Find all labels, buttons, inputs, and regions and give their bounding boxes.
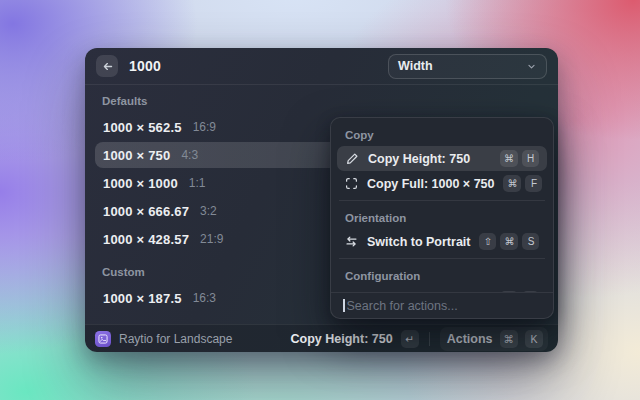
action-label: Copy Full: 1000 × 750 (367, 177, 494, 191)
popover-section-orientation: Orientation (337, 205, 547, 229)
search-placeholder: Search for actions... (347, 299, 458, 313)
back-button[interactable] (96, 55, 118, 77)
arrow-left-icon (101, 60, 114, 73)
window-footer: Raytio for Landscape Copy Height: 750 ↵ … (85, 324, 558, 352)
item-ratio: 3:2 (200, 204, 217, 218)
f-keycap: F (525, 175, 542, 192)
text-caret (343, 299, 345, 312)
item-size: 1000 × 562.5 (103, 120, 182, 135)
actions-button[interactable]: Actions ⌘ K (440, 327, 548, 351)
query-text: 1000 (129, 58, 161, 74)
actions-list: Copy Copy Height: 750 ⌘ H Copy Full: 100… (331, 118, 553, 292)
actions-popover: Copy Copy Height: 750 ⌘ H Copy Full: 100… (330, 117, 554, 319)
action-item-copy-full[interactable]: Copy Full: 1000 × 750 ⌘ F (337, 171, 547, 196)
item-size: 1000 × 666.67 (103, 204, 189, 219)
swap-icon (345, 235, 358, 248)
action-item-copy-height[interactable]: Copy Height: 750 ⌘ H (337, 146, 547, 171)
pencil-icon (345, 152, 359, 165)
dropdown-value: Width (398, 59, 433, 73)
popover-divider (339, 200, 545, 201)
chevron-down-icon (526, 61, 537, 72)
return-keycap[interactable]: ↵ (401, 330, 419, 348)
k-keycap: K (525, 330, 543, 348)
picture-icon (98, 334, 108, 344)
item-ratio: 16:3 (193, 291, 216, 305)
item-ratio: 1:1 (189, 176, 206, 190)
cmd-keycap: ⌘ (500, 330, 519, 348)
search-actions-input[interactable]: Search for actions... (331, 292, 553, 318)
item-ratio: 4:3 (181, 148, 198, 162)
item-ratio: 21:9 (200, 232, 223, 246)
action-label: Switch to Portrait (367, 235, 470, 249)
h-keycap: H (522, 150, 539, 167)
fullsize-icon (345, 177, 358, 190)
item-size: 1000 × 187.5 (103, 291, 182, 306)
item-ratio: 16:9 (193, 120, 216, 134)
footer-divider (429, 332, 430, 346)
cmd-keycap: ⌘ (500, 233, 518, 250)
popover-section-configuration: Configuration (337, 263, 547, 287)
popover-section-copy: Copy (337, 122, 547, 146)
cmd-keycap: ⌘ (503, 175, 521, 192)
action-item-switch-portrait[interactable]: Switch to Portrait ⇧ ⌘ S (337, 229, 547, 254)
mode-dropdown[interactable]: Width (388, 54, 547, 79)
action-label: Copy Height: 750 (368, 152, 491, 166)
actions-label: Actions (447, 332, 493, 346)
primary-action-label[interactable]: Copy Height: 750 (291, 332, 393, 346)
item-size: 1000 × 750 (103, 148, 170, 163)
window-header: 1000 Width (85, 48, 558, 85)
section-header-defaults: Defaults (95, 93, 548, 114)
cmd-keycap: ⌘ (500, 150, 518, 167)
popover-divider (339, 258, 545, 259)
item-size: 1000 × 1000 (103, 176, 178, 191)
item-size: 1000 × 428.57 (103, 232, 189, 247)
app-icon (95, 331, 111, 347)
shift-keycap: ⇧ (479, 233, 496, 250)
s-keycap: S (522, 233, 539, 250)
app-name: Raytio for Landscape (119, 332, 232, 346)
